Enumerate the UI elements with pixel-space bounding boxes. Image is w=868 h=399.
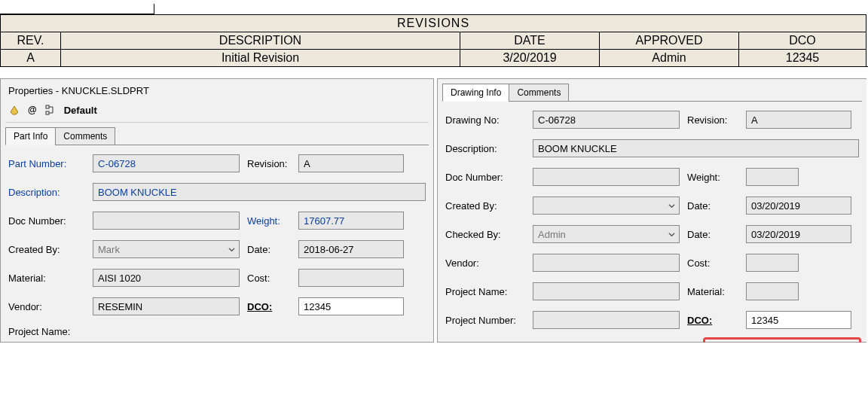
cost-field-r[interactable]	[746, 254, 799, 272]
at-symbol: @	[28, 105, 37, 115]
panel-title: Properties - KNUCKLE.SLDPRT	[5, 82, 429, 104]
checked-by-value: Admin	[538, 229, 566, 240]
weight-field[interactable]	[298, 212, 404, 230]
revisions-block: REVISIONS REV. DESCRIPTION DATE APPROVED…	[0, 4, 868, 67]
col-rev: REV.	[1, 32, 61, 50]
label-revision: Revision:	[247, 158, 294, 169]
cell-approved: Admin	[600, 50, 739, 67]
label-vendor-r: Vendor:	[445, 257, 528, 269]
checked-date-field[interactable]	[746, 225, 851, 243]
table-row: A Initial Revision 3/20/2019 Admin 12345	[1, 50, 866, 67]
svg-rect-1	[46, 111, 49, 114]
created-by-value: Mark	[98, 244, 120, 255]
project-number-field[interactable]	[533, 311, 680, 329]
label-dco: DCO:	[247, 301, 294, 312]
tab-comments-right[interactable]: Comments	[509, 84, 569, 102]
left-tabs: Part Info Comments	[5, 127, 429, 145]
label-created-by-r: Created By:	[445, 200, 528, 212]
label-part-number: Part Number:	[8, 158, 88, 169]
dco-highlight-right	[703, 337, 861, 343]
tab-part-info[interactable]: Part Info	[5, 127, 56, 145]
chevron-down-icon	[667, 230, 676, 239]
col-dco: DCO	[739, 32, 866, 50]
cost-field[interactable]	[298, 269, 404, 287]
label-created-by: Created By:	[8, 244, 88, 255]
dco-field-r[interactable]	[746, 311, 851, 329]
label-material-r: Material:	[687, 286, 741, 297]
label-vendor: Vendor:	[8, 301, 88, 312]
label-project-number: Project Number:	[445, 315, 528, 326]
right-tabs: Drawing Info Comments	[442, 84, 862, 102]
label-date-r2: Date:	[687, 229, 741, 240]
col-approved: APPROVED	[600, 32, 739, 50]
label-cost: Cost:	[247, 273, 294, 284]
label-doc-number-r: Doc Number:	[445, 172, 528, 183]
cell-date: 3/20/2019	[460, 50, 600, 67]
cell-rev: A	[1, 50, 61, 67]
revision-field[interactable]	[298, 154, 404, 172]
revisions-table: REVISIONS REV. DESCRIPTION DATE APPROVED…	[0, 14, 866, 66]
drawing-no-field[interactable]	[533, 111, 680, 129]
label-material: Material:	[8, 273, 88, 284]
table-stub	[0, 4, 154, 14]
vendor-field-r[interactable]	[533, 254, 680, 272]
label-date: Date:	[247, 244, 294, 255]
checked-by-combo[interactable]: Admin	[533, 225, 680, 243]
label-revision-r: Revision:	[687, 114, 741, 126]
chevron-down-icon	[667, 201, 676, 210]
label-weight: Weight:	[247, 215, 294, 227]
label-description-r: Description:	[445, 143, 528, 154]
drawing-info-form: Drawing No: Revision: Description: Doc N…	[442, 102, 862, 329]
dco-field[interactable]	[298, 297, 404, 315]
vendor-field[interactable]	[93, 297, 240, 315]
description-field[interactable]	[93, 183, 426, 201]
material-field-r[interactable]	[746, 282, 799, 300]
created-by-combo-r[interactable]	[533, 196, 680, 215]
description-field-r[interactable]	[533, 139, 859, 157]
tab-drawing-info[interactable]: Drawing Info	[442, 84, 509, 102]
part-number-field[interactable]	[93, 154, 240, 172]
weight-field-r[interactable]	[746, 168, 799, 186]
revision-field-r[interactable]	[746, 111, 851, 129]
label-date-r1: Date:	[687, 200, 741, 212]
project-name-field-r[interactable]	[533, 282, 680, 300]
config-tree-icon	[44, 104, 57, 116]
part-icon	[8, 104, 20, 116]
label-project-name-r: Project Name:	[445, 286, 528, 297]
label-doc-number: Doc Number:	[8, 215, 88, 227]
label-cost-r: Cost:	[687, 257, 741, 269]
tab-comments[interactable]: Comments	[55, 127, 115, 145]
label-dco-r: DCO:	[687, 315, 741, 326]
created-date-field[interactable]	[746, 196, 851, 215]
doc-number-field[interactable]	[93, 212, 240, 230]
config-name: Default	[64, 105, 97, 116]
svg-rect-0	[46, 105, 49, 108]
label-drawing-no: Drawing No:	[445, 114, 528, 126]
date-field[interactable]	[298, 240, 404, 258]
col-description: DESCRIPTION	[61, 32, 460, 50]
label-description: Description:	[8, 187, 88, 198]
created-by-combo[interactable]: Mark	[93, 240, 240, 258]
revisions-title: REVISIONS	[1, 15, 866, 32]
doc-number-field-r[interactable]	[533, 168, 680, 186]
chevron-down-icon	[227, 245, 236, 254]
cell-dco: 12345	[739, 50, 866, 67]
material-field[interactable]	[93, 269, 240, 287]
cell-description: Initial Revision	[61, 50, 460, 67]
properties-panel: Properties - KNUCKLE.SLDPRT @ Default Pa…	[0, 78, 434, 343]
label-checked-by: Checked By:	[445, 229, 528, 240]
label-weight-r: Weight:	[687, 172, 741, 183]
label-project-name: Project Name:	[8, 326, 88, 337]
col-date: DATE	[460, 32, 600, 50]
drawing-info-panel: Drawing Info Comments Drawing No: Revisi…	[437, 78, 866, 343]
part-info-form: Part Number: Revision: Description: Doc …	[5, 145, 429, 337]
configuration-row[interactable]: @ Default	[5, 104, 429, 123]
